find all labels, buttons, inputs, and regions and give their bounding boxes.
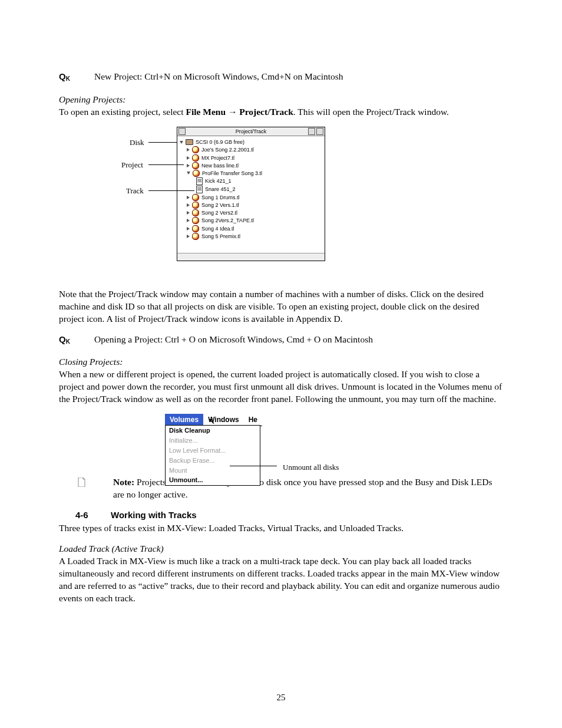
menu-item-mount: Mount xyxy=(166,466,260,476)
disclosure-icon[interactable] xyxy=(187,211,190,215)
project-track-title: Project/Track xyxy=(236,128,267,135)
project-row[interactable]: Song 2 Vers2.tl xyxy=(180,209,322,217)
status-bar xyxy=(177,253,325,261)
track-icon xyxy=(196,177,203,185)
close-icon[interactable] xyxy=(178,128,186,135)
project-icon xyxy=(192,209,199,216)
opening-heading: Opening Projects: xyxy=(59,94,126,104)
project-icon xyxy=(193,170,200,177)
qk-k: K xyxy=(66,338,70,345)
disclosure-icon[interactable] xyxy=(187,196,190,199)
menu-item-disk-cleanup[interactable]: Disk Cleanup xyxy=(166,426,260,436)
project-row[interactable]: MX Project7.tl xyxy=(180,154,322,162)
project-row[interactable]: Song 5 Premix.tl xyxy=(180,232,322,240)
project-track-titlebar: Project/Track xyxy=(177,127,325,136)
project-row[interactable]: Song 2 Vers.1.tl xyxy=(180,202,322,209)
qk-open-project-text: Opening a Project: Ctrl + O on Microsoft… xyxy=(94,334,373,346)
menu-bar: Volumes Windows He ↖ xyxy=(165,414,262,426)
project-row[interactable]: Song 2Vers.2_TAPE.tl xyxy=(180,217,322,225)
label-disk: Disk xyxy=(130,137,144,148)
project-row-open[interactable]: ProFile Transfer Song 3.tl xyxy=(180,169,322,177)
project-icon xyxy=(192,154,199,162)
project-icon xyxy=(192,225,199,232)
project-track-note: Note that the Project/Track window may c… xyxy=(59,288,503,325)
section-heading-row: 4-6 Working with Tracks xyxy=(59,509,503,521)
qk-row-new-project: QK New Project: Ctrl+N on Microsoft Wind… xyxy=(59,71,503,83)
disclosure-icon[interactable] xyxy=(187,219,190,222)
project-icon xyxy=(192,194,199,201)
disclosure-icon[interactable] xyxy=(187,235,190,238)
section-intro: Three types of tracks exist in MX-View: … xyxy=(59,522,503,535)
window-controls[interactable] xyxy=(308,128,323,135)
label-project: Project xyxy=(121,160,143,170)
qk-mark: QK xyxy=(59,334,94,345)
closing-heading: Closing Projects: xyxy=(59,357,123,367)
callout-line xyxy=(230,466,277,466)
qk-row-open-project: QK Opening a Project: Ctrl + O on Micros… xyxy=(59,334,503,346)
project-track-window: Project/Track SCSI 0 (6.9 GB free) Joe's… xyxy=(177,127,325,261)
page: QK New Project: Ctrl+N on Microsoft Wind… xyxy=(0,0,562,728)
figure-project-track: Project/Track SCSI 0 (6.9 GB free) Joe's… xyxy=(118,127,342,279)
qk-mark: QK xyxy=(59,71,94,83)
disclosure-icon[interactable] xyxy=(187,203,190,207)
project-row[interactable]: Song 1 Drums.tl xyxy=(180,193,322,201)
volumes-dropdown: Disk Cleanup Initialize... Low Level For… xyxy=(165,425,260,486)
project-row[interactable]: New bass line.tl xyxy=(180,162,322,169)
menu-item-backup-erase: Backup Erase... xyxy=(166,456,260,466)
qk-q: Q xyxy=(59,71,66,81)
closing-projects-block: Closing Projects: When a new or differen… xyxy=(59,356,503,406)
opening-arrow: → xyxy=(228,107,237,117)
label-track: Track xyxy=(126,186,144,196)
opening-bold2: Project/Track xyxy=(237,107,293,117)
note-row: Note: Projects are automatically saved t… xyxy=(59,476,503,501)
loaded-track-block: Loaded Track (Active Track) A Loaded Tra… xyxy=(59,543,503,605)
note-label: Note: xyxy=(113,477,134,487)
disk-label: SCSI 0 (6.9 GB free) xyxy=(196,139,244,146)
menu-volumes[interactable]: Volumes xyxy=(165,414,203,426)
project-icon xyxy=(192,233,199,240)
figure-volumes-menu: Volumes Windows He ↖ Disk Cleanup Initia… xyxy=(165,414,503,472)
disclosure-open-icon[interactable] xyxy=(187,172,190,174)
disk-row[interactable]: SCSI 0 (6.9 GB free) xyxy=(180,139,322,146)
section-title: Working with Tracks xyxy=(111,509,197,521)
project-track-body: SCSI 0 (6.9 GB free) Joe's Song 2.2.2001… xyxy=(177,136,325,253)
menu-item-low-level-format: Low Level Format... xyxy=(166,446,260,456)
disclosure-icon[interactable] xyxy=(187,156,190,160)
project-row[interactable]: Joe's Song 2.2.2001.tl xyxy=(180,146,322,154)
project-icon xyxy=(192,202,199,209)
closing-text: When a new or different project is opene… xyxy=(59,369,502,404)
callout-unmount: Unmount all disks xyxy=(283,462,339,473)
project-row[interactable]: Song 4 Idea.tl xyxy=(180,225,322,232)
qk-k: K xyxy=(66,75,70,82)
opening-projects-block: Opening Projects: To open an existing pr… xyxy=(59,94,503,118)
opening-bold1: File Menu xyxy=(186,107,227,117)
disclosure-open-icon[interactable] xyxy=(180,141,183,144)
disclosure-icon[interactable] xyxy=(187,164,190,167)
disclosure-icon[interactable] xyxy=(187,148,190,151)
project-icon xyxy=(192,146,199,153)
loaded-heading: Loaded Track (Active Track) xyxy=(59,543,164,554)
menu-item-initialize: Initialize... xyxy=(166,436,260,446)
disk-icon xyxy=(186,139,193,145)
note-page-icon xyxy=(59,476,113,487)
track-row[interactable]: Kick 421_1 xyxy=(180,177,322,185)
disclosure-icon[interactable] xyxy=(187,227,190,230)
track-icon xyxy=(196,186,203,193)
page-number: 25 xyxy=(59,691,503,703)
track-row[interactable]: Snare 451_2 xyxy=(180,185,322,193)
opening-post: . This will open the Project/Track windo… xyxy=(293,107,449,117)
project-icon xyxy=(192,162,199,169)
opening-pre: To open an existing project, select xyxy=(59,107,186,117)
section-number: 4-6 xyxy=(59,509,111,521)
loaded-text: A Loaded Track in MX-View is much like a… xyxy=(59,556,500,603)
project-icon xyxy=(192,217,199,224)
qk-q: Q xyxy=(59,334,66,344)
menu-he[interactable]: He xyxy=(244,414,262,426)
menu-item-unmount[interactable]: Unmount... xyxy=(166,475,260,485)
qk-new-project-text: New Project: Ctrl+N on Microsoft Windows… xyxy=(94,71,343,83)
